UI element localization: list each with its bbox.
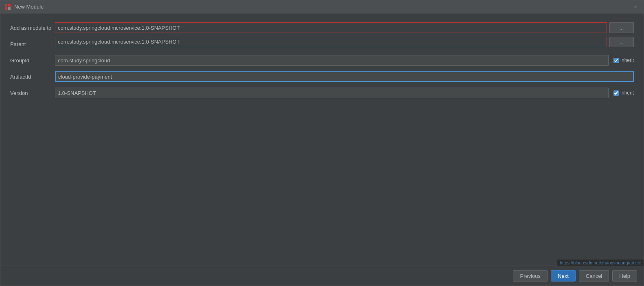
next-button[interactable]: Next xyxy=(551,270,576,282)
parent-dots-btn[interactable]: ... xyxy=(609,37,634,47)
version-field: Inherit xyxy=(55,88,634,98)
version-label: Version xyxy=(10,90,55,96)
artifact-id-label: ArtifactId xyxy=(10,74,55,80)
bottom-bar: Previous Next Cancel Help xyxy=(0,266,644,286)
add-module-dots-btn[interactable]: ... xyxy=(609,22,634,33)
title-bar: New Module × xyxy=(0,0,644,13)
artifact-id-row: ArtifactId xyxy=(10,70,634,83)
version-row: Version Inherit xyxy=(10,87,634,99)
previous-button[interactable]: Previous xyxy=(513,270,548,282)
add-as-module-row: Add as module to com.study.springcloud:m… xyxy=(10,22,634,34)
module-icon xyxy=(4,4,11,10)
version-inherit-checkbox[interactable] xyxy=(613,90,619,96)
parent-row: Parent com.study.springcloud:mcroservice… xyxy=(10,38,634,50)
group-id-input[interactable] xyxy=(55,55,609,66)
group-id-inherit-checkbox[interactable] xyxy=(613,58,619,63)
parent-label: Parent xyxy=(10,41,55,47)
artifact-id-input[interactable] xyxy=(55,71,634,82)
group-id-field: Inherit xyxy=(55,55,634,66)
group-id-label: GroupId xyxy=(10,57,55,64)
dialog-title: New Module xyxy=(14,4,44,10)
group-id-inherit-wrapper: Inherit xyxy=(613,57,634,63)
svg-rect-3 xyxy=(8,7,11,10)
svg-rect-1 xyxy=(8,4,11,7)
help-button[interactable]: Help xyxy=(612,270,637,282)
cancel-button[interactable]: Cancel xyxy=(579,270,609,282)
group-id-row: GroupId Inherit xyxy=(10,54,634,66)
group-id-inherit-label: Inherit xyxy=(620,57,634,63)
artifact-id-field xyxy=(55,71,634,82)
new-module-dialog: New Module × Add as module to com.study.… xyxy=(0,0,644,286)
version-inherit-label: Inherit xyxy=(620,90,634,96)
form-content: Add as module to com.study.springcloud:m… xyxy=(0,13,644,266)
close-button[interactable]: × xyxy=(631,3,640,11)
version-input[interactable] xyxy=(55,88,609,98)
add-as-module-to-label-2: Add as module to xyxy=(10,25,55,31)
version-inherit-wrapper: Inherit xyxy=(613,90,634,96)
svg-rect-2 xyxy=(5,7,7,10)
svg-rect-0 xyxy=(5,4,7,7)
title-bar-left: New Module xyxy=(4,4,44,10)
watermark: https://blog.csdn.net/zhaoqshuang/articl… xyxy=(557,260,644,266)
